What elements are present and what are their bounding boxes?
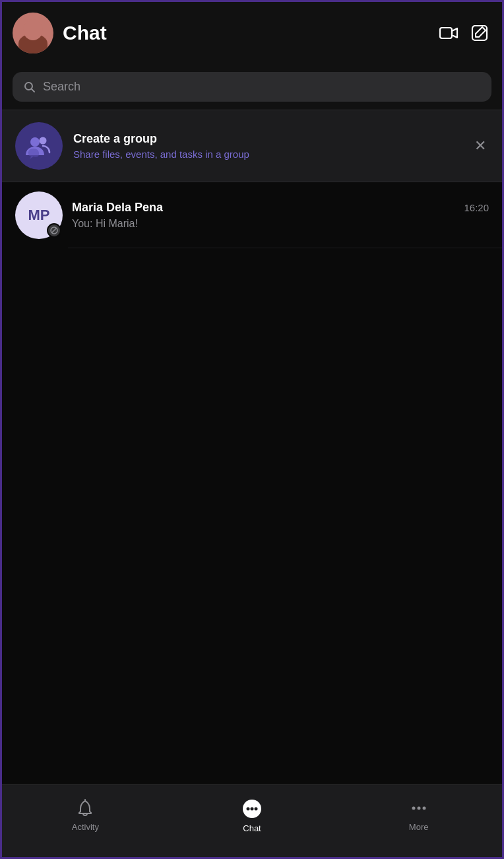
video-call-button[interactable] [439, 23, 458, 43]
create-group-banner: Create a group Share files, events, and … [2, 110, 502, 182]
create-group-subtitle: Share files, events, and tasks in a grou… [73, 149, 461, 160]
more-tab-icon [409, 798, 429, 818]
contact-initials: MP [28, 207, 50, 224]
chat-name-row: Maria Dela Pena 16:20 [72, 201, 489, 215]
create-group-text: Create a group Share files, events, and … [73, 132, 461, 160]
svg-point-11 [412, 807, 415, 810]
muted-icon [50, 226, 58, 234]
chat-list: MP Maria Dela Pena 16:20 You: Hi Maria! [2, 182, 502, 248]
search-icon [23, 81, 36, 94]
chat-time: 16:20 [464, 202, 489, 213]
svg-point-12 [417, 807, 420, 810]
svg-point-10 [255, 807, 258, 811]
main-content-area [2, 248, 502, 807]
contact-avatar: MP [15, 191, 63, 239]
page-title: Chat [63, 22, 429, 44]
chat-bubble-icon [241, 798, 263, 819]
header-actions [439, 23, 489, 43]
muted-badge [47, 223, 61, 238]
activity-tab-label: Activity [72, 822, 99, 832]
activity-tab-icon [75, 798, 95, 818]
svg-rect-1 [472, 26, 487, 40]
more-dots-icon [409, 798, 429, 818]
chat-tab-icon [241, 798, 263, 819]
tab-activity[interactable]: Activity [2, 794, 169, 836]
tab-more[interactable]: More [335, 794, 502, 836]
svg-point-3 [30, 137, 40, 147]
chat-tab-label: Chat [243, 823, 261, 833]
search-input[interactable] [43, 80, 481, 94]
svg-point-9 [251, 807, 254, 811]
tab-bar: Activity Chat More [2, 784, 502, 857]
group-icon-circle [15, 122, 63, 170]
chat-info: Maria Dela Pena 16:20 You: Hi Maria! [72, 201, 489, 230]
svg-rect-0 [440, 28, 452, 38]
user-avatar[interactable] [13, 13, 53, 53]
tab-chat[interactable]: Chat [169, 794, 336, 837]
chat-preview: You: Hi Maria! [72, 218, 489, 230]
compose-button[interactable] [470, 24, 489, 42]
svg-point-13 [422, 807, 425, 810]
group-people-icon [24, 131, 53, 160]
close-banner-button[interactable]: ✕ [472, 135, 489, 157]
search-wrapper [13, 72, 491, 102]
chat-item[interactable]: MP Maria Dela Pena 16:20 You: Hi Maria! [2, 182, 502, 248]
svg-point-8 [247, 807, 250, 811]
compose-icon [470, 24, 489, 42]
more-tab-label: More [409, 822, 429, 832]
svg-point-4 [40, 137, 47, 145]
create-group-title: Create a group [73, 132, 461, 146]
search-bar-container [2, 64, 502, 110]
contact-name: Maria Dela Pena [72, 201, 163, 215]
bell-icon [75, 798, 95, 818]
video-camera-icon [439, 23, 458, 43]
header: Chat [2, 2, 502, 64]
